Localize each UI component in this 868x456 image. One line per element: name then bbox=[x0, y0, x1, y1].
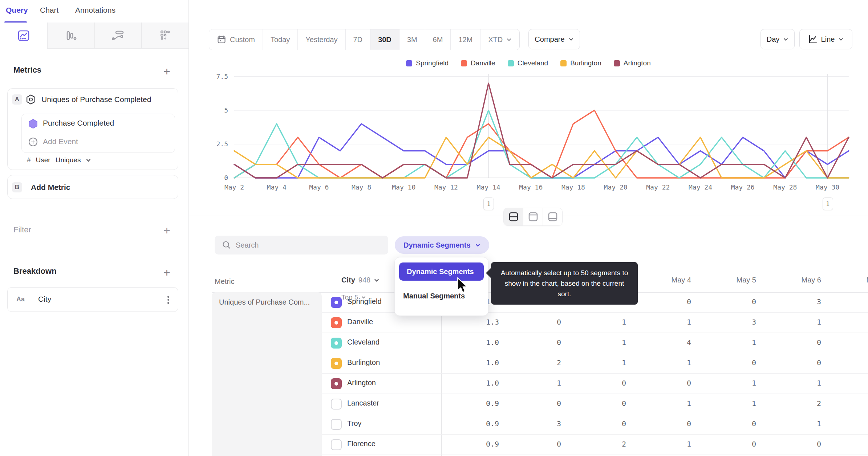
add-event-button[interactable]: Add Event bbox=[43, 137, 78, 146]
range-custom[interactable]: Custom bbox=[209, 29, 263, 50]
segment-checkbox-checked[interactable] bbox=[331, 378, 342, 389]
series-arlington bbox=[234, 83, 849, 178]
cell-value: 0 bbox=[765, 440, 830, 448]
segment-checkbox-unchecked[interactable] bbox=[331, 439, 342, 450]
cell-value: 1 bbox=[570, 358, 635, 367]
cell-value: 0 bbox=[635, 379, 700, 387]
svg-text:May 18: May 18 bbox=[561, 183, 585, 191]
event-name[interactable]: Purchase Completed bbox=[43, 119, 114, 127]
cell-value: 1 bbox=[570, 318, 635, 326]
chart-legend: SpringfieldDanvilleClevelandBurlingtonAr… bbox=[189, 59, 868, 67]
range-today[interactable]: Today bbox=[263, 29, 297, 50]
svg-text:5: 5 bbox=[224, 106, 228, 114]
cell-value: 0 bbox=[635, 419, 700, 428]
segment-mode-pill[interactable]: Dynamic Segments bbox=[395, 236, 489, 254]
legend-item-burlington[interactable]: Burlington bbox=[560, 59, 601, 67]
legend-label: Danville bbox=[471, 59, 495, 67]
cell-value: 0 bbox=[505, 318, 570, 326]
cell-value: 0 bbox=[765, 338, 830, 347]
cell-value: 0 bbox=[505, 399, 570, 408]
measure-selector[interactable]: # User Uniques bbox=[27, 156, 91, 164]
range-3m[interactable]: 3M bbox=[399, 29, 425, 50]
metric-title[interactable]: Uniques of Purchase Completed bbox=[41, 95, 151, 104]
sidebar-divider bbox=[188, 0, 189, 456]
range-yesterday[interactable]: Yesterday bbox=[297, 29, 345, 50]
chevron-down-icon bbox=[506, 37, 512, 42]
cell-value: 0 bbox=[570, 399, 635, 408]
search-input[interactable] bbox=[215, 236, 388, 255]
chart-type-flow[interactable] bbox=[94, 23, 142, 49]
tab-annotations[interactable]: Annotations bbox=[75, 6, 115, 15]
layout-table-button[interactable] bbox=[543, 208, 562, 225]
search-icon bbox=[222, 240, 231, 250]
range-12m[interactable]: 12M bbox=[450, 29, 480, 50]
segment-checkbox-unchecked[interactable] bbox=[331, 399, 342, 410]
range-xtd[interactable]: XTD bbox=[480, 29, 519, 50]
tab-chart[interactable]: Chart bbox=[40, 6, 58, 15]
add-filter-plus-icon[interactable]: + bbox=[163, 226, 170, 235]
legend-item-cleveland[interactable]: Cleveland bbox=[508, 59, 548, 67]
breakdown-city-card[interactable]: Aa City bbox=[7, 287, 178, 312]
dropdown-item-manual-segments[interactable]: Manual Segments bbox=[403, 292, 465, 300]
segment-checkbox-checked[interactable] bbox=[331, 358, 342, 369]
calendar-icon bbox=[217, 35, 226, 44]
segment-checkbox-checked[interactable] bbox=[331, 338, 342, 349]
layout-split-button[interactable] bbox=[504, 208, 523, 225]
svg-text:0: 0 bbox=[224, 174, 228, 182]
legend-swatch bbox=[508, 60, 514, 66]
tab-query[interactable]: Query bbox=[6, 6, 28, 15]
sidebar-tabs: Query Chart Annotations bbox=[0, 0, 188, 23]
top-layout-icon bbox=[527, 211, 539, 223]
range-30d[interactable]: 30D bbox=[370, 29, 399, 50]
layout-chart-button[interactable] bbox=[523, 208, 543, 225]
metric-badge-b: B bbox=[12, 182, 22, 192]
add-breakdown-plus-icon[interactable]: + bbox=[163, 268, 170, 277]
chart-style-button[interactable]: Line bbox=[799, 29, 852, 49]
metric-column-header: Metric bbox=[215, 277, 234, 286]
granularity-button[interactable]: Day bbox=[760, 29, 795, 49]
segment-checkbox-checked[interactable] bbox=[331, 317, 342, 328]
cell-value: 1 bbox=[765, 379, 830, 387]
range-7d[interactable]: 7D bbox=[345, 29, 370, 50]
range-6m[interactable]: 6M bbox=[425, 29, 451, 50]
segment-checkbox-unchecked[interactable] bbox=[331, 419, 342, 430]
bottom-layout-icon bbox=[547, 211, 559, 223]
svg-text:May 16: May 16 bbox=[519, 183, 543, 191]
event-hexagon-icon bbox=[28, 119, 38, 129]
kebab-menu-icon[interactable] bbox=[167, 296, 169, 304]
date-range-group: CustomTodayYesterday7D30D3M6M12MXTD bbox=[209, 29, 520, 50]
chart-type-bar[interactable] bbox=[47, 23, 94, 49]
date-header[interactable]: May 4 bbox=[635, 276, 700, 287]
cell-value: 1 bbox=[635, 399, 700, 408]
add-metric-card[interactable]: B Add Metric bbox=[7, 175, 178, 199]
metric-row-cell: Uniques of Purchase Com... bbox=[212, 292, 322, 456]
segment-checkbox-checked[interactable] bbox=[331, 297, 342, 308]
mouse-cursor bbox=[456, 277, 470, 293]
date-header[interactable]: May 6 bbox=[765, 276, 830, 287]
svg-text:May 24: May 24 bbox=[689, 183, 712, 191]
annotation-marker[interactable]: 1 bbox=[483, 198, 494, 210]
date-header[interactable]: May 5 bbox=[700, 276, 765, 287]
annotation-marker[interactable]: 1 bbox=[823, 198, 833, 210]
legend-item-arlington[interactable]: Arlington bbox=[614, 59, 651, 67]
breakdown-heading: Breakdown bbox=[13, 266, 57, 276]
cell-value: 0 bbox=[570, 419, 635, 428]
legend-item-springfield[interactable]: Springfield bbox=[406, 59, 449, 67]
cell-value: 3 bbox=[765, 297, 830, 306]
cell-value: 1 bbox=[635, 358, 700, 367]
bar-chart-icon bbox=[64, 29, 77, 42]
segment-name: Danville bbox=[347, 318, 373, 326]
breakdown-column-header[interactable]: City 948 bbox=[341, 276, 380, 284]
chart-type-scatter[interactable] bbox=[141, 23, 188, 49]
cell-value: 3 bbox=[700, 318, 765, 326]
legend-item-danville[interactable]: Danville bbox=[461, 59, 495, 67]
date-header[interactable]: May 7 bbox=[830, 276, 868, 287]
svg-text:May 30: May 30 bbox=[816, 183, 839, 191]
compare-button[interactable]: Compare bbox=[528, 29, 580, 49]
chart-type-line[interactable] bbox=[0, 23, 47, 49]
line-chart[interactable]: 02.557.5May 2May 4May 6May 8May 10May 12… bbox=[189, 69, 868, 196]
add-metric-plus-icon[interactable]: + bbox=[163, 67, 170, 76]
dropdown-item-dynamic-segments[interactable]: Dynamic Segments bbox=[399, 262, 484, 281]
property-type-icon: Aa bbox=[16, 296, 25, 303]
metrics-heading: Metrics bbox=[13, 65, 41, 75]
